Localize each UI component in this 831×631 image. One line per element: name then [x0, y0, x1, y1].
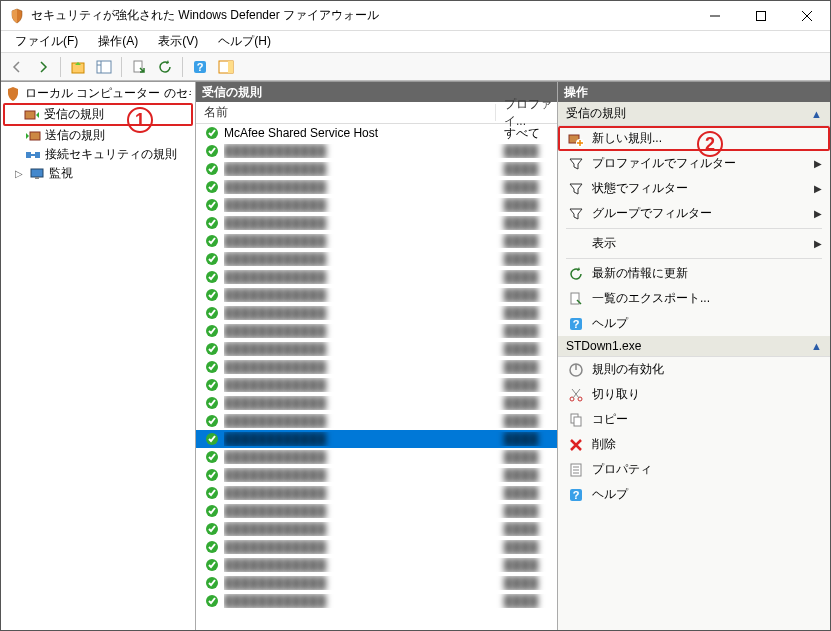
check-icon [204, 467, 220, 483]
list-row[interactable]: ████████████████ [196, 340, 557, 358]
export-button[interactable] [127, 56, 151, 78]
action-help[interactable]: ? ヘルプ [558, 311, 830, 336]
collapse-icon[interactable]: ▲ [811, 340, 822, 352]
menu-view[interactable]: 表示(V) [150, 31, 206, 52]
window-title: セキュリティが強化された Windows Defender ファイアウォール [31, 7, 692, 24]
list-row[interactable]: ████████████████ [196, 358, 557, 376]
close-button[interactable] [784, 1, 830, 31]
list-row[interactable]: ████████████████ [196, 232, 557, 250]
action-label: グループでフィルター [592, 205, 806, 222]
list-row[interactable]: ████████████████ [196, 448, 557, 466]
col-name[interactable]: 名前 [196, 104, 496, 121]
svg-text:?: ? [197, 61, 204, 73]
list-row[interactable]: ████████████████ [196, 412, 557, 430]
list-row[interactable]: ████████████████ [196, 502, 557, 520]
tree-root[interactable]: ローカル コンピューター のセキュリティ [3, 84, 193, 103]
action-properties[interactable]: プロパティ [558, 457, 830, 482]
action-cut[interactable]: 切り取り [558, 382, 830, 407]
action-refresh[interactable]: 最新の情報に更新 [558, 261, 830, 286]
list-row[interactable]: ████████████████ [196, 142, 557, 160]
action-label: 最新の情報に更新 [592, 265, 822, 282]
list-row[interactable]: ████████████████ [196, 322, 557, 340]
tree-pane: ローカル コンピューター のセキュリティ 受信の規則 送信の規則 接続セキュリテ… [1, 82, 196, 630]
list-row[interactable]: McAfee Shared Service Hostすべて [196, 124, 557, 142]
actions-body: 受信の規則 ▲ 新しい規則... プロファイルでフィルター ▶ 状態でフィルター… [558, 102, 830, 630]
show-tree-button[interactable] [92, 56, 116, 78]
list-row[interactable]: ████████████████ [196, 160, 557, 178]
action-label: コピー [592, 411, 822, 428]
row-profile-blurred: ████ [496, 468, 557, 482]
menu-action[interactable]: 操作(A) [90, 31, 146, 52]
check-icon [204, 539, 220, 555]
action-delete[interactable]: 削除 [558, 432, 830, 457]
row-profile: すべて [496, 125, 557, 142]
submenu-arrow-icon: ▶ [814, 208, 822, 219]
list-row[interactable]: ████████████████ [196, 430, 557, 448]
tree-item-monitor[interactable]: ▷ 監視 [3, 164, 193, 183]
action-filter-group[interactable]: グループでフィルター ▶ [558, 201, 830, 226]
actions-pane-button[interactable] [214, 56, 238, 78]
list-row[interactable]: ████████████████ [196, 592, 557, 610]
refresh-button[interactable] [153, 56, 177, 78]
action-filter-profile[interactable]: プロファイルでフィルター ▶ [558, 151, 830, 176]
list-row[interactable]: ████████████████ [196, 196, 557, 214]
tree-item-inbound[interactable]: 受信の規則 [3, 103, 193, 126]
up-button[interactable] [66, 56, 90, 78]
forward-button[interactable] [31, 56, 55, 78]
actions-section-inbound[interactable]: 受信の規則 ▲ [558, 102, 830, 126]
row-name-blurred: ████████████ [224, 162, 496, 176]
row-name-blurred: ████████████ [224, 288, 496, 302]
maximize-button[interactable] [738, 1, 784, 31]
back-button[interactable] [5, 56, 29, 78]
list-row[interactable]: ████████████████ [196, 574, 557, 592]
firewall-icon [9, 8, 25, 24]
actions-section-item[interactable]: STDown1.exe ▲ [558, 336, 830, 357]
row-profile-blurred: ████ [496, 450, 557, 464]
help-button[interactable]: ? [188, 56, 212, 78]
filter-icon [568, 181, 584, 197]
check-icon [204, 521, 220, 537]
tree-connsec-label: 接続セキュリティの規則 [45, 146, 177, 163]
check-icon [204, 143, 220, 159]
list-row[interactable]: ████████████████ [196, 214, 557, 232]
delete-icon [568, 437, 584, 453]
action-copy[interactable]: コピー [558, 407, 830, 432]
list-row[interactable]: ████████████████ [196, 466, 557, 484]
row-name-blurred: ████████████ [224, 270, 496, 284]
action-view[interactable]: 表示 ▶ [558, 231, 830, 256]
list-row[interactable]: ████████████████ [196, 376, 557, 394]
list-row[interactable]: ████████████████ [196, 286, 557, 304]
expand-icon[interactable]: ▷ [13, 168, 25, 179]
menu-help[interactable]: ヘルプ(H) [210, 31, 279, 52]
action-help2[interactable]: ? ヘルプ [558, 482, 830, 507]
action-new-rule[interactable]: 新しい規則... [558, 126, 830, 151]
tree-item-outbound[interactable]: 送信の規則 [3, 126, 193, 145]
row-profile-blurred: ████ [496, 558, 557, 572]
minimize-button[interactable] [692, 1, 738, 31]
list-row[interactable]: ████████████████ [196, 556, 557, 574]
list-row[interactable]: ████████████████ [196, 268, 557, 286]
menu-file[interactable]: ファイル(F) [7, 31, 86, 52]
row-profile-blurred: ████ [496, 594, 557, 608]
action-export[interactable]: 一覧のエクスポート... [558, 286, 830, 311]
row-profile-blurred: ████ [496, 234, 557, 248]
tree-item-connsec[interactable]: 接続セキュリティの規則 [3, 145, 193, 164]
list-row[interactable]: ████████████████ [196, 178, 557, 196]
list-row[interactable]: ████████████████ [196, 304, 557, 322]
svg-rect-1 [757, 11, 766, 20]
row-profile-blurred: ████ [496, 396, 557, 410]
action-label: ヘルプ [592, 486, 822, 503]
action-enable[interactable]: 規則の有効化 [558, 357, 830, 382]
window-controls [692, 1, 830, 31]
action-filter-state[interactable]: 状態でフィルター ▶ [558, 176, 830, 201]
list-row[interactable]: ████████████████ [196, 394, 557, 412]
collapse-icon[interactable]: ▲ [811, 108, 822, 120]
list-row[interactable]: ████████████████ [196, 538, 557, 556]
list-row[interactable]: ████████████████ [196, 520, 557, 538]
cut-icon [568, 387, 584, 403]
row-name-blurred: ████████████ [224, 558, 496, 572]
list-row[interactable]: ████████████████ [196, 250, 557, 268]
list-row[interactable]: ████████████████ [196, 484, 557, 502]
list-body[interactable]: McAfee Shared Service Hostすべて███████████… [196, 124, 557, 630]
svg-rect-18 [31, 169, 43, 177]
